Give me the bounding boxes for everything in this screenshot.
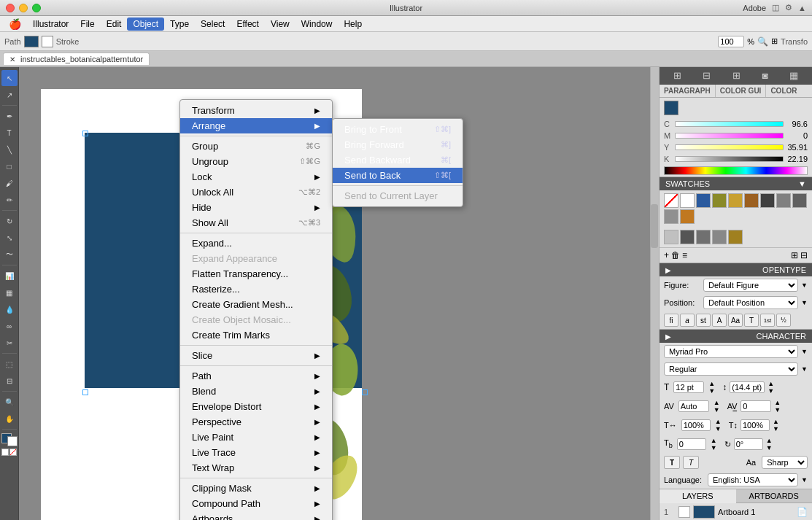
minimize-button[interactable] <box>19 4 28 12</box>
panel-icon-stroke[interactable]: ◙ <box>762 70 768 81</box>
menu-create-gradient-mesh[interactable]: Create Gradient Mesh... <box>180 297 332 312</box>
panel-icon-transform[interactable]: ⊞ <box>673 70 681 81</box>
leading-input[interactable] <box>730 381 765 393</box>
tool-zoom[interactable]: 🔍 <box>1 394 18 410</box>
menu-envelope-distort[interactable]: Envelope Distort ▶ <box>180 399 332 414</box>
tab-paragraph[interactable]: PARAGRAPH <box>660 85 716 97</box>
menu-lock[interactable]: Lock ▶ <box>180 169 332 185</box>
swatch-brown[interactable] <box>744 193 759 208</box>
swatch-white[interactable] <box>680 193 695 208</box>
tool-pencil[interactable]: ✏ <box>1 192 18 208</box>
tool-artboard[interactable]: ⬚ <box>1 356 18 372</box>
italic-button[interactable]: T <box>683 456 699 469</box>
menu-effect[interactable]: Effect <box>231 18 264 31</box>
tool-rotate[interactable]: ↻ <box>1 213 18 229</box>
arrange-bring-to-front[interactable]: Bring to Front ⇧⌘] <box>333 122 463 137</box>
menu-view[interactable]: View <box>265 18 295 31</box>
swatch-gray5[interactable] <box>712 230 727 244</box>
menu-ungroup[interactable]: Ungroup ⇧⌘G <box>180 154 332 169</box>
menu-edit[interactable]: Edit <box>101 18 128 31</box>
transform-icon[interactable]: ⊞ <box>771 36 778 46</box>
swatch-gold[interactable] <box>728 193 743 208</box>
menu-clipping-mask[interactable]: Clipping Mask ▶ <box>180 481 332 496</box>
menu-path[interactable]: Path ▶ <box>180 368 332 384</box>
swatch-silver[interactable] <box>664 230 678 244</box>
y-slider[interactable] <box>675 144 784 150</box>
menu-arrange[interactable]: Arrange ▶ Bring to Front ⇧⌘] Bring Forwa… <box>180 118 332 133</box>
tool-slice[interactable]: ⊟ <box>1 373 18 389</box>
fill-btn[interactable] <box>1 449 9 456</box>
tab-artboards[interactable]: ARTBOARDS <box>736 489 813 503</box>
tool-eyedropper[interactable]: 💧 <box>1 301 18 317</box>
menu-perspective[interactable]: Perspective ▶ <box>180 414 332 430</box>
swatch-grid-icon[interactable]: ⊟ <box>800 250 808 260</box>
tool-type[interactable]: T <box>1 125 18 141</box>
tool-scissors[interactable]: ✂ <box>1 335 18 351</box>
ot-btn-cursive[interactable]: a <box>680 314 695 327</box>
swatch-orange-brown[interactable] <box>680 209 695 224</box>
tool-warp[interactable]: 〜 <box>1 247 18 263</box>
tool-hand[interactable]: ✋ <box>1 411 18 427</box>
close-button[interactable] <box>6 4 15 12</box>
menu-create-trim-marks[interactable]: Create Trim Marks <box>180 327 332 343</box>
swatch-gray3[interactable] <box>680 230 695 244</box>
arrange-send-backward[interactable]: Send Backward ⌘[ <box>333 152 463 168</box>
menu-group[interactable]: Group ⌘G <box>180 139 332 154</box>
tab-color-gui[interactable]: COLOR GUI <box>716 85 767 97</box>
swatch-gray2[interactable] <box>792 193 807 208</box>
panel-icon-gradient[interactable]: ▦ <box>789 70 798 81</box>
tool-pen[interactable]: ✒ <box>1 108 18 124</box>
figure-select[interactable]: Default Figure <box>703 279 798 292</box>
swatch-list-icon[interactable]: ⊞ <box>791 250 798 260</box>
menu-expand[interactable]: Expand... <box>180 236 332 251</box>
tool-blend[interactable]: ∞ <box>1 318 18 334</box>
c-slider[interactable] <box>675 121 784 127</box>
swatch-gray4[interactable] <box>696 230 711 244</box>
m-slider[interactable] <box>675 133 784 139</box>
bold-button[interactable]: T <box>664 456 680 469</box>
tool-direct-select[interactable]: ↗ <box>1 87 18 103</box>
menu-unlock-all[interactable]: Unlock All ⌥⌘2 <box>180 185 332 200</box>
font-family-select[interactable]: Myriad Pro <box>664 345 798 358</box>
menu-artboards[interactable]: Artboards ▶ <box>180 511 332 520</box>
swatch-mid-gray[interactable] <box>776 193 791 208</box>
tab-color[interactable]: COLOR <box>766 85 801 97</box>
menu-hide[interactable]: Hide ▶ <box>180 200 332 215</box>
maximize-button[interactable] <box>32 4 41 12</box>
vertical-scrollbar[interactable] <box>650 67 659 520</box>
apple-menu[interactable]: 🍎 <box>3 18 27 30</box>
aa-icon[interactable]: Aa <box>746 458 756 467</box>
opentype-header[interactable]: ▶ OPENTYPE <box>660 263 812 276</box>
panel-icon[interactable]: ◫ <box>772 3 779 12</box>
tab-layers[interactable]: LAYERS <box>660 489 736 503</box>
menu-flatten-transparency[interactable]: Flatten Transparency... <box>180 266 332 282</box>
zoom-icon[interactable]: 🔍 <box>757 36 768 47</box>
kerning-input[interactable] <box>678 400 709 412</box>
stroke-swatch[interactable] <box>42 36 53 47</box>
color-fill-stroke[interactable] <box>1 433 18 446</box>
swatch-none[interactable] <box>664 193 678 208</box>
menu-select[interactable]: Select <box>195 18 231 31</box>
swatch-add-icon[interactable]: + <box>664 250 669 260</box>
anti-alias-select[interactable]: Sharp <box>762 456 808 469</box>
menu-help[interactable]: Help <box>338 18 368 31</box>
ot-btn-t[interactable]: T <box>744 314 759 327</box>
swatch-dark-gray[interactable] <box>760 193 775 208</box>
menu-live-paint[interactable]: Live Paint ▶ <box>180 430 332 445</box>
rotation-input[interactable] <box>734 438 763 450</box>
color-spectrum[interactable] <box>664 166 808 175</box>
ot-btn-sup[interactable]: 1st <box>760 314 775 327</box>
menu-blend[interactable]: Blend ▶ <box>180 384 332 399</box>
tool-graph[interactable]: 📊 <box>1 268 18 284</box>
tool-select[interactable]: ↖ <box>1 70 18 86</box>
color-preview[interactable] <box>664 101 678 115</box>
menu-file[interactable]: File <box>74 18 100 31</box>
document-tab[interactable]: ✕ instructables_botanicalpatterntutor <box>3 53 150 65</box>
menu-show-all[interactable]: Show All ⌥⌘3 <box>180 215 332 230</box>
v-scale-input[interactable] <box>741 419 770 431</box>
arrange-bring-forward[interactable]: Bring Forward ⌘] <box>333 137 463 152</box>
settings-icon[interactable]: ⚙ <box>785 3 792 12</box>
menu-transform[interactable]: Transform ▶ <box>180 103 332 118</box>
ot-btn-caps[interactable]: A <box>712 314 727 327</box>
position-select[interactable]: Default Position <box>703 296 798 309</box>
